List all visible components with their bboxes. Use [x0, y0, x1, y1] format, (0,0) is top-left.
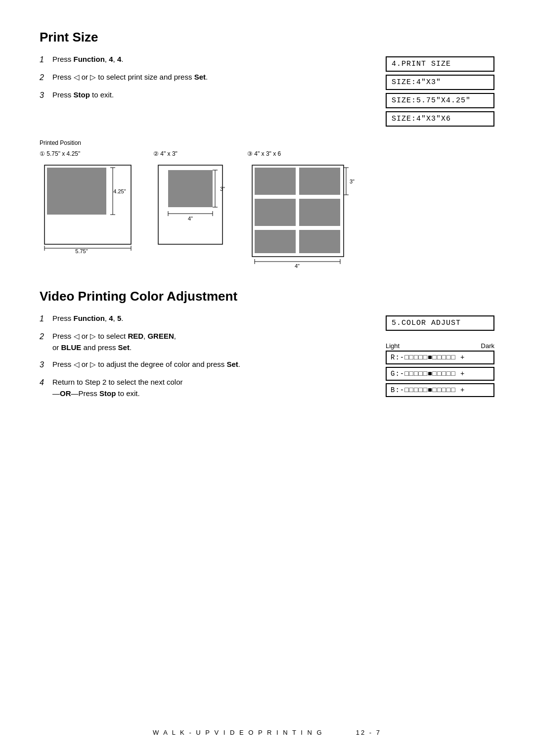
color-bar-r: R:-□□□□□■□□□□□ +	[386, 351, 494, 364]
color-lcd-screen-1: 5.COLOR ADJUST	[386, 315, 494, 331]
color-step-1-bold-function: Function	[74, 314, 105, 322]
color-step-3-bold-set: Set	[227, 360, 238, 368]
color-adj-displays: 5.COLOR ADJUST Light Dark R:-□□□□□■□□□□□…	[386, 313, 494, 405]
svg-rect-25	[255, 230, 296, 253]
color-step-4: 4 Return to Step 2 to select the next co…	[40, 377, 366, 399]
diagrams-section: Printed Position ① 5.75" x 4.25" 5.75" 4…	[40, 139, 494, 269]
diagram-1-svg: 5.75" 4.25"	[40, 160, 138, 254]
color-step-2-bold-blue: BLUE	[61, 343, 82, 352]
color-step-4-num: 4	[40, 377, 50, 399]
print-size-layout: 1 Press Function, 4, 4. 2 Press ◁ or ▷ t…	[40, 54, 494, 130]
svg-rect-24	[299, 199, 340, 226]
color-step-4-text: Return to Step 2 to select the next colo…	[52, 377, 182, 399]
svg-text:4.25": 4.25"	[113, 188, 126, 194]
step-1-bold-4b: 4	[117, 55, 121, 63]
color-step-2-bold-green: GREEN	[147, 332, 174, 340]
color-bar-g: G:-□□□□□■□□□□□ +	[386, 367, 494, 381]
color-step-2-bold-red: RED	[128, 332, 143, 340]
color-step-2: 2 Press ◁ or ▷ to select RED, GREEN, or …	[40, 331, 366, 353]
lcd-screen-2: SIZE:4"X3"	[386, 75, 494, 90]
color-step-1-bold-4: 4	[109, 314, 113, 322]
color-bar-b: B:-□□□□□■□□□□□ +	[386, 383, 494, 397]
svg-rect-11	[168, 170, 213, 207]
svg-text:3": 3"	[350, 178, 355, 184]
step-2-text: Press ◁ or ▷ to select print size and pr…	[52, 72, 208, 84]
color-adj-steps: 1 Press Function, 4, 5. 2 Press ◁ or ▷ t…	[40, 313, 366, 405]
color-bar-label-row: Light Dark	[386, 342, 494, 350]
svg-rect-23	[255, 199, 296, 226]
diagram-item-3: ③ 4" x 3" x 6 3"	[247, 150, 356, 269]
step-3-num: 3	[40, 89, 50, 101]
color-step-3: 3 Press ◁ or ▷ to adjust the degree of c…	[40, 359, 366, 371]
dark-label: Dark	[481, 342, 494, 350]
svg-rect-22	[299, 168, 340, 195]
step-1-text: Press Function, 4, 4.	[52, 54, 123, 66]
step-3: 3 Press Stop to exit.	[40, 89, 366, 101]
svg-rect-26	[299, 230, 340, 253]
svg-rect-21	[255, 168, 296, 195]
step-3-text: Press Stop to exit.	[52, 89, 114, 101]
color-adj-layout: 1 Press Function, 4, 5. 2 Press ◁ or ▷ t…	[40, 313, 494, 405]
step-2-num: 2	[40, 72, 50, 84]
step-1: 1 Press Function, 4, 4.	[40, 54, 366, 66]
svg-text:4": 4"	[295, 263, 300, 269]
color-step-4-bold-stop: Stop	[99, 389, 116, 398]
color-step-1-text: Press Function, 4, 5.	[52, 313, 123, 325]
lcd-screen-4: SIZE:4"X3"X6	[386, 111, 494, 127]
print-size-lcd-screens: 4.PRINT SIZE SIZE:4"X3" SIZE:5.75"X4.25"…	[386, 54, 494, 130]
color-step-1: 1 Press Function, 4, 5.	[40, 313, 366, 325]
color-step-2-bold-set: Set	[118, 343, 130, 352]
svg-text:5.75": 5.75"	[75, 248, 88, 254]
light-label: Light	[386, 342, 400, 350]
print-size-steps: 1 Press Function, 4, 4. 2 Press ◁ or ▷ t…	[40, 54, 366, 130]
color-step-2-text: Press ◁ or ▷ to select RED, GREEN, or BL…	[52, 331, 176, 353]
color-step-1-num: 1	[40, 313, 50, 325]
diagrams-row: ① 5.75" x 4.25" 5.75" 4.25" ② 4" x 3"	[40, 150, 494, 269]
color-step-2-num: 2	[40, 331, 50, 353]
lcd-screen-1: 4.PRINT SIZE	[386, 56, 494, 72]
step-2: 2 Press ◁ or ▷ to select print size and …	[40, 72, 366, 84]
step-1-bold-function: Function	[74, 55, 105, 63]
color-step-3-text: Press ◁ or ▷ to adjust the degree of col…	[52, 359, 240, 371]
color-adj-title: Video Printing Color Adjustment	[40, 289, 494, 304]
footer-page: 12 - 7	[356, 729, 381, 736]
diagram-3-svg: 3" 4"	[247, 160, 356, 269]
diagram-item-1: ① 5.75" x 4.25" 5.75" 4.25"	[40, 150, 138, 269]
diagram-2-svg: 3" 4"	[153, 160, 232, 254]
svg-rect-1	[47, 168, 106, 215]
page-footer: W A L K - U P V I D E O P R I N T I N G …	[0, 729, 534, 736]
step-3-bold-stop: Stop	[74, 90, 90, 99]
color-step-3-num: 3	[40, 359, 50, 371]
svg-text:3": 3"	[220, 186, 225, 192]
step-1-bold-4a: 4	[109, 55, 113, 63]
step-2-bold-set: Set	[194, 73, 206, 81]
diagram-3-label: ③ 4" x 3" x 6	[247, 150, 356, 157]
diagrams-label: Printed Position	[40, 139, 494, 146]
diagram-1-label: ① 5.75" x 4.25"	[40, 150, 138, 157]
step-1-num: 1	[40, 54, 50, 66]
svg-text:4": 4"	[188, 216, 193, 222]
footer-text: W A L K - U P V I D E O P R I N T I N G	[153, 729, 323, 736]
diagram-2-label: ② 4" x 3"	[153, 150, 232, 157]
color-step-1-bold-5: 5	[117, 314, 121, 322]
color-step-4-bold-or: OR	[60, 389, 71, 398]
diagram-item-2: ② 4" x 3" 3" 4"	[153, 150, 232, 269]
print-size-title: Print Size	[40, 30, 494, 45]
lcd-screen-3: SIZE:5.75"X4.25"	[386, 93, 494, 108]
